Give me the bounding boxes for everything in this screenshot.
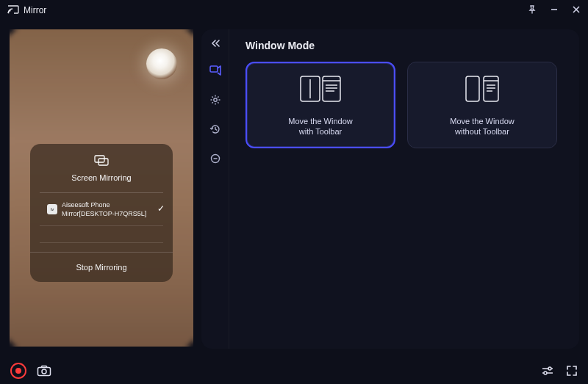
record-button[interactable]: [10, 363, 26, 379]
mirroring-icon: [93, 154, 110, 170]
pin-icon[interactable]: [528, 5, 537, 16]
phone-preview-panel: Screen Mirroring tv Aiseesoft Phone Mirr…: [9, 29, 194, 349]
window-mode-cards: Move the Window with Toolbar: [245, 62, 563, 148]
phone-screen: Screen Mirroring tv Aiseesoft Phone Mirr…: [10, 29, 193, 347]
bottom-left: [10, 363, 51, 379]
screenshot-icon[interactable]: [37, 365, 51, 377]
svg-rect-16: [484, 76, 498, 101]
side-nav: [201, 29, 229, 349]
svg-rect-15: [466, 76, 479, 101]
divider: [40, 242, 163, 243]
content: Screen Mirroring tv Aiseesoft Phone Mirr…: [0, 21, 588, 358]
app-title: Mirror: [24, 5, 46, 15]
svg-rect-9: [323, 76, 340, 101]
appletv-icon: tv: [47, 204, 57, 214]
titlebar-left: Mirror: [7, 5, 46, 16]
lamp-glow: [146, 48, 177, 79]
window-without-toolbar-icon: [462, 73, 503, 107]
bottom-right: [541, 365, 578, 377]
card-label: Move the Window with Toolbar: [288, 116, 352, 137]
mirroring-title: Screen Mirroring: [71, 173, 131, 182]
history-icon[interactable]: [206, 120, 225, 139]
bottom-bar: [0, 358, 588, 384]
screen-mirroring-card: Screen Mirroring tv Aiseesoft Phone Mirr…: [30, 144, 173, 282]
divider: [40, 225, 163, 226]
window-with-toolbar-icon: [298, 73, 343, 107]
svg-rect-4: [210, 66, 218, 72]
card-with-toolbar[interactable]: Move the Window with Toolbar: [245, 62, 395, 148]
window-mode-area: Window Mode: [229, 29, 579, 349]
svg-point-0: [8, 12, 10, 13]
card-label: Move the Window without Toolbar: [450, 116, 514, 137]
device-row[interactable]: tv Aiseesoft Phone Mirror[DESKTOP-H7QRS5…: [40, 193, 163, 225]
check-icon: ✓: [157, 203, 165, 214]
svg-rect-21: [38, 368, 51, 376]
svg-point-24: [548, 367, 551, 370]
stop-mirroring-button[interactable]: Stop Mirroring: [30, 252, 173, 282]
cast-icon: [7, 5, 19, 16]
device-name: Aiseesoft Phone Mirror[DESKTOP-H7QRS5L]: [62, 200, 156, 218]
svg-point-5: [213, 98, 216, 101]
settings-toggle-icon[interactable]: [541, 366, 554, 376]
settings-panel: Window Mode: [201, 29, 579, 349]
minus-circle-icon[interactable]: [206, 149, 225, 168]
window-controls: [528, 5, 581, 16]
card-without-toolbar[interactable]: Move the Window without Toolbar: [407, 62, 557, 148]
minimize-icon[interactable]: [550, 5, 559, 16]
fullscreen-icon[interactable]: [566, 365, 578, 377]
collapse-icon[interactable]: [210, 38, 220, 51]
close-icon[interactable]: [572, 5, 581, 16]
stop-mirroring-label: Stop Mirroring: [76, 263, 126, 272]
titlebar: Mirror: [0, 0, 588, 21]
gear-icon[interactable]: [206, 90, 225, 109]
svg-point-22: [42, 369, 46, 374]
panel-heading: Window Mode: [245, 40, 563, 51]
nav-window-mode-icon[interactable]: [206, 61, 225, 80]
svg-point-26: [544, 372, 547, 374]
